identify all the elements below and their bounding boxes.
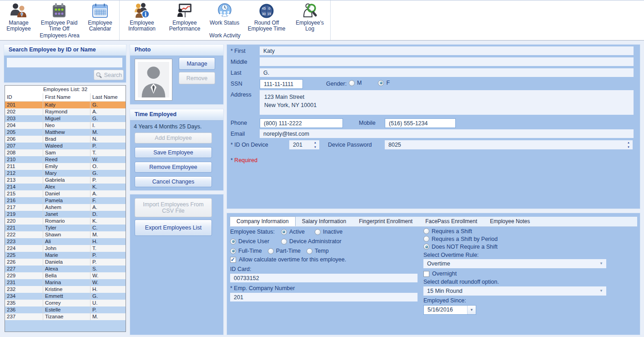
employee-row-229[interactable]: 229BellaW. — [5, 272, 126, 279]
column-header-id[interactable]: ID — [5, 93, 43, 101]
tab-facepass-enrollment[interactable]: FacePass Enrollment — [419, 217, 483, 226]
ribbon-item-employee-information[interactable]: iEmployee Information — [121, 1, 162, 32]
tab-employee-notes[interactable]: Employee Notes — [483, 217, 536, 226]
employee-row-208[interactable]: 208SamT. — [5, 149, 126, 156]
radio-device-administrator[interactable]: Device Administrator — [281, 238, 342, 245]
employee-row-206[interactable]: 206BradN. — [5, 136, 126, 143]
tab-fingerprint-enrollment[interactable]: Fingerprint Enrollment — [352, 217, 419, 226]
radio-part-time[interactable]: Part-Time — [268, 248, 301, 254]
employee-row-210[interactable]: 210ReedW. — [5, 156, 126, 163]
employee-last-name: M. — [91, 231, 126, 238]
employee-row-220[interactable]: 220RomarioK. — [5, 218, 126, 225]
employed-since-datepicker[interactable]: 5/16/2016 ▼ — [423, 305, 476, 315]
ribbon-item-employee-paid-time-off[interactable]: Employee Paid Time Off — [35, 1, 83, 32]
address-label: Address — [231, 92, 252, 98]
radio-temp[interactable]: Temp — [307, 248, 329, 254]
employee-row-237[interactable]: 237TizanaeM. — [5, 313, 126, 320]
gender-male-radio[interactable]: M — [349, 80, 362, 86]
employee-row-212[interactable]: 212MaryG. — [5, 170, 126, 177]
first-name-input[interactable] — [260, 46, 634, 55]
device-password-input[interactable]: 8025 ▲▼ — [385, 140, 633, 149]
middle-name-label: Middle — [231, 59, 247, 65]
employee-id: 201 — [5, 102, 43, 108]
allow-overtime-checkbox[interactable]: Allow calculate overtime for this employ… — [230, 256, 346, 263]
radio-full-time[interactable]: Full-Time — [230, 248, 262, 254]
radio-icon — [281, 239, 287, 245]
device-password-spinner[interactable]: ▲▼ — [626, 141, 631, 149]
middle-name-input[interactable] — [260, 57, 634, 66]
roundoff-dropdown[interactable]: 15 Min Round ▼ — [423, 286, 606, 296]
id-on-device-input[interactable]: 201 ▲▼ — [289, 140, 319, 149]
address-input[interactable]: 123 Main Street New York, NY 10001 — [260, 90, 634, 115]
employee-list-empty-area — [5, 320, 126, 332]
radio-active[interactable]: Active — [281, 229, 305, 235]
ssn-input[interactable] — [260, 79, 303, 89]
radio-device-user[interactable]: Device User — [230, 238, 269, 245]
checkbox-icon — [423, 271, 429, 277]
phone-input[interactable] — [260, 118, 343, 128]
employee-row-213[interactable]: 213GabrielaP. — [5, 177, 126, 184]
employee-row-202[interactable]: 202RaymondA. — [5, 108, 126, 115]
employee-row-224[interactable]: 224JohnT. — [5, 245, 126, 252]
employee-row-214[interactable]: 214AlexK. — [5, 184, 126, 190]
search-button[interactable]: Search — [94, 70, 124, 80]
gender-female-radio[interactable]: F — [378, 80, 390, 86]
overnight-checkbox[interactable]: Overnight — [423, 271, 457, 277]
employee-row-226[interactable]: 226DanielaP. — [5, 259, 126, 266]
employee-row-219[interactable]: 219JanetD. — [5, 211, 126, 218]
radio-requires-a-shift[interactable]: Requires a Shift — [423, 227, 498, 235]
search-input[interactable] — [7, 58, 122, 67]
column-header-last-name[interactable]: Last Name — [91, 93, 126, 101]
employee-row-232[interactable]: 232KristineH. — [5, 286, 126, 293]
radio-does-not-require-a-shift[interactable]: Does NOT Require a Shift — [423, 243, 498, 250]
employee-row-217[interactable]: 217AshemA. — [5, 204, 126, 211]
employee-row-207[interactable]: 207WaleedP. — [5, 143, 126, 149]
employee-row-225[interactable]: 225MarieP. — [5, 252, 126, 259]
employee-row-211[interactable]: 211EmilyO. — [5, 163, 126, 170]
cancel-changes-button[interactable]: Cancel Changes — [135, 176, 212, 187]
email-input[interactable] — [260, 129, 634, 138]
employee-row-235[interactable]: 235CorreyU. — [5, 300, 126, 306]
employee-row-204[interactable]: 204NeoI. — [5, 122, 126, 129]
radio-requires-a-shift-by-period[interactable]: Requires a Shift by Period — [423, 235, 498, 243]
ribbon-item-employee-performance[interactable]: Employee Performance — [162, 1, 207, 32]
tab-salary-information[interactable]: Salary Information — [296, 217, 352, 226]
ribbon-item-work-status[interactable]: Work Status — [207, 1, 242, 26]
add-employee-button[interactable]: Add Employee — [135, 133, 212, 143]
employee-last-name: A. — [91, 190, 126, 197]
save-employee-button[interactable]: Save Employee — [135, 147, 212, 158]
emp-company-number-input[interactable] — [230, 293, 418, 301]
employee-row-205[interactable]: 205MatthewM. — [5, 129, 126, 136]
id-card-input[interactable] — [230, 274, 418, 282]
ribbon-item-employee-s-log[interactable]: Employee's Log — [291, 1, 328, 32]
photo-manage-button[interactable]: Manage — [179, 57, 215, 70]
ribbon-item-manage-employee[interactable]: Manage Employee — [2, 1, 35, 32]
employee-row-216[interactable]: 216PamelaF. — [5, 197, 126, 204]
last-name-input[interactable] — [260, 68, 634, 77]
last-name-label: Last — [231, 70, 241, 76]
radio-inactive[interactable]: Inactive — [315, 229, 342, 235]
mobile-input[interactable] — [385, 118, 456, 128]
employee-row-223[interactable]: 223AliH. — [5, 238, 126, 245]
id-on-device-spinner[interactable]: ▲▼ — [312, 141, 318, 149]
ribbon-item-employee-calendar[interactable]: Employee Calendar — [83, 1, 117, 32]
import-employees-button[interactable]: Import Employees From CSV File — [135, 198, 212, 217]
employee-row-215[interactable]: 215DanielA. — [5, 190, 126, 197]
employee-row-203[interactable]: 203MiguelG. — [5, 115, 126, 122]
mobile-label: Mobile — [359, 120, 376, 126]
overtime-rule-dropdown[interactable]: Overtime ▼ — [423, 259, 606, 268]
employee-row-231[interactable]: 231MarinaW. — [5, 279, 126, 286]
employee-row-227[interactable]: 227AlexaS. — [5, 266, 126, 272]
export-employees-button[interactable]: Export Employees List — [135, 220, 212, 236]
employee-row-234[interactable]: 234EmmettG. — [5, 293, 126, 300]
employee-row-221[interactable]: 221TylerC. — [5, 225, 126, 231]
employee-row-236[interactable]: 236EstelleP. — [5, 306, 126, 313]
ribbon-item-round-off-employee-time[interactable]: 4503015Round Off Employee Time — [242, 1, 291, 32]
employee-first-name: Neo — [43, 122, 91, 129]
photo-remove-button[interactable]: Remove — [179, 72, 215, 84]
tab-company-information[interactable]: Company Information — [230, 216, 296, 226]
column-header-first-name[interactable]: First Name — [43, 93, 91, 101]
employee-row-201[interactable]: 201KatyG. — [5, 102, 126, 108]
remove-employee-button[interactable]: Remove Employee — [135, 162, 212, 173]
employee-row-222[interactable]: 222ShawnM. — [5, 231, 126, 238]
